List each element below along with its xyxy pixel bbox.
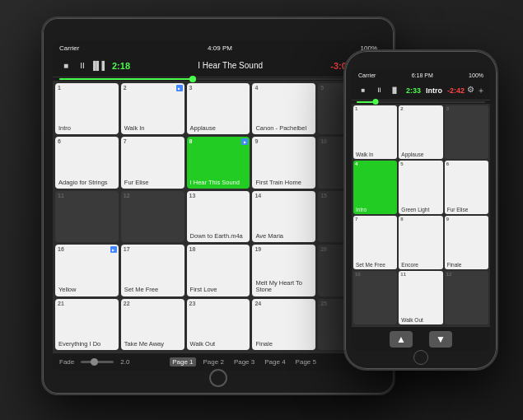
phone-pause-button[interactable]: ⏸ bbox=[372, 84, 385, 97]
tablet-grid-cell-9[interactable]: 9First Train Home bbox=[252, 137, 315, 188]
phone-grid-cell-7[interactable]: 7Set Me Free bbox=[353, 216, 397, 269]
stop-button[interactable]: ■ bbox=[59, 59, 72, 72]
tablet-grid-cell-12[interactable]: 12 bbox=[121, 191, 184, 242]
cell-number: 18 bbox=[189, 246, 196, 252]
tablet-grid-cell-24[interactable]: 24Finale bbox=[252, 299, 315, 350]
phone-home-button[interactable] bbox=[413, 350, 428, 365]
cell-number: 4 bbox=[254, 85, 258, 91]
fade-value: 2.0 bbox=[120, 358, 129, 366]
tablet-grid-cell-18[interactable]: 18First Love bbox=[187, 245, 250, 296]
phone-carrier: Carrier bbox=[358, 72, 376, 78]
page-tabs: Page 1Page 2Page 3Page 4Page 5 bbox=[136, 357, 352, 366]
phone-cell-name: Walk In bbox=[356, 152, 373, 157]
phone-grid-cell-5[interactable]: 5Green Light bbox=[399, 161, 442, 214]
cell-number: 16 bbox=[58, 246, 64, 252]
phone-grid-cell-4[interactable]: 4Intro bbox=[353, 161, 397, 214]
phone-add-icon[interactable]: ＋ bbox=[477, 85, 485, 96]
phone-grid-cell-12[interactable]: 12 bbox=[445, 271, 488, 324]
tablet-grid-cell-1[interactable]: 1Intro bbox=[55, 83, 119, 134]
tablet-grid-cell-6[interactable]: 6Adagio for Strings bbox=[55, 137, 119, 188]
cell-number: 19 bbox=[254, 246, 261, 252]
phone-grid-cell-2[interactable]: 2Applause bbox=[399, 105, 442, 159]
phone-grid-cell-3[interactable]: 3 bbox=[445, 105, 488, 159]
phone-grid-cell-11[interactable]: 11Walk Out bbox=[399, 271, 442, 324]
phone-nav-bar: ▲ ▼ bbox=[352, 326, 490, 351]
cell-number: 12 bbox=[124, 193, 130, 198]
tablet-grid-cell-14[interactable]: 14Ave Maria bbox=[252, 191, 315, 242]
cell-number: 11 bbox=[58, 193, 64, 198]
cell-name: Walk In bbox=[124, 125, 145, 132]
cell-name: Melt My Heart To Stone bbox=[255, 280, 312, 294]
tablet-time: 4:09 PM bbox=[208, 44, 232, 52]
track-title: I Hear The Sound bbox=[133, 61, 327, 70]
phone-cell-number: 1 bbox=[355, 106, 357, 111]
cell-number: 8 bbox=[189, 138, 193, 144]
phone-screen: Carrier 6:18 PM 100% ■ ⏸ ▐▌ 2:33 Intro -… bbox=[352, 69, 490, 351]
cell-number: 17 bbox=[124, 246, 130, 252]
fade-slider[interactable] bbox=[81, 361, 114, 363]
cell-number: 15 bbox=[320, 193, 327, 198]
phone-cell-name: Walk Out bbox=[401, 317, 423, 323]
cell-name: Adagio for Strings bbox=[58, 180, 108, 186]
tablet-grid-cell-16[interactable]: 16Yellow bbox=[55, 245, 119, 296]
fade-label: Fade bbox=[59, 358, 74, 366]
phone-progress-thumb bbox=[373, 99, 379, 105]
cell-number: 2 bbox=[124, 85, 127, 91]
phone-cell-number: 12 bbox=[446, 272, 452, 277]
cell-number: 9 bbox=[254, 138, 258, 144]
cell-name: Set Me Free bbox=[124, 287, 158, 293]
phone-grid-cell-1[interactable]: 1Walk In bbox=[353, 105, 397, 159]
cell-name: Fur Elise bbox=[124, 180, 149, 186]
fade-thumb bbox=[91, 358, 98, 366]
phone-progress-bar[interactable] bbox=[357, 101, 485, 103]
tablet-progress-bar[interactable] bbox=[59, 78, 377, 80]
phone-time: 6:18 PM bbox=[412, 72, 433, 78]
page-tab-5[interactable]: Page 5 bbox=[293, 357, 319, 366]
phone-device: Carrier 6:18 PM 100% ■ ⏸ ▐▌ 2:33 Intro -… bbox=[343, 49, 498, 371]
tablet-grid-cell-11[interactable]: 11 bbox=[55, 191, 119, 242]
cell-name: Ave Maria bbox=[255, 233, 283, 240]
phone-grid-cell-6[interactable]: 6Fur Elise bbox=[445, 161, 488, 214]
tablet-grid-cell-21[interactable]: 21Everything I Do bbox=[55, 299, 119, 350]
phone-grid: 1Walk In2Applause34Intro5Green Light6Fur… bbox=[352, 104, 490, 326]
phone-up-button[interactable]: ▲ bbox=[390, 331, 413, 348]
cell-name: Finale bbox=[255, 341, 272, 348]
phone-grid-cell-8[interactable]: 8Encore bbox=[399, 216, 442, 269]
tablet-grid-cell-7[interactable]: 7Fur Elise bbox=[121, 137, 184, 188]
cell-name: I Hear This Sound bbox=[190, 180, 240, 186]
phone-battery: 100% bbox=[469, 72, 483, 78]
tablet-screen: Carrier 4:09 PM 100% ■ ⏸ ▐▌▌ 2:18 I Hear… bbox=[53, 41, 384, 371]
tablet-grid-cell-17[interactable]: 17Set Me Free bbox=[121, 245, 184, 296]
phone-cell-name: Set Me Free bbox=[356, 262, 385, 268]
tablet-grid-cell-22[interactable]: 22Take Me Away bbox=[121, 299, 184, 350]
phone-down-button[interactable]: ▼ bbox=[429, 331, 452, 348]
page-tab-1[interactable]: Page 1 bbox=[170, 357, 195, 366]
phone-stop-button[interactable]: ■ bbox=[357, 84, 370, 97]
tablet-home-button[interactable] bbox=[209, 369, 227, 387]
tablet-grid-cell-3[interactable]: 3Applause bbox=[187, 83, 250, 134]
cell-name: Yellow bbox=[58, 287, 76, 293]
phone-cell-number: 10 bbox=[355, 272, 361, 277]
phone-toolbar: ■ ⏸ ▐▌ 2:33 Intro -2:42 ⚙ ＋ bbox=[352, 81, 490, 100]
phone-grid-cell-10[interactable]: 10 bbox=[353, 271, 397, 324]
cell-number: 1 bbox=[58, 85, 61, 91]
page-tab-4[interactable]: Page 4 bbox=[262, 357, 287, 366]
cell-number: 10 bbox=[320, 138, 327, 144]
phone-grid-cell-9[interactable]: 9Finale bbox=[445, 216, 488, 269]
tablet-status-bar: Carrier 4:09 PM 100% bbox=[53, 41, 384, 54]
cell-number: 14 bbox=[254, 193, 261, 198]
page-tab-2[interactable]: Page 2 bbox=[201, 357, 226, 366]
tablet-grid-cell-13[interactable]: 13Down to Earth.m4a bbox=[187, 191, 250, 242]
tablet-grid-cell-2[interactable]: 2Walk In bbox=[121, 83, 184, 134]
phone-cell-name: Intro bbox=[356, 207, 367, 212]
phone-cell-number: 7 bbox=[355, 217, 357, 222]
tablet-grid-cell-8[interactable]: 8I Hear This Sound bbox=[187, 137, 250, 188]
tablet-grid-cell-4[interactable]: 4Canon - Pachelbel bbox=[252, 83, 315, 134]
tablet-grid: 1Intro2Walk In3Applause4Canon - Pachelbe… bbox=[53, 81, 384, 352]
tablet-grid-cell-19[interactable]: 19Melt My Heart To Stone bbox=[252, 245, 315, 296]
tablet-grid-cell-23[interactable]: 23Walk Out bbox=[187, 299, 250, 350]
phone-equalizer-icon[interactable]: ⚙ bbox=[467, 85, 474, 96]
pause-button[interactable]: ⏸ bbox=[76, 59, 89, 72]
tablet-device: Carrier 4:09 PM 100% ■ ⏸ ▐▌▌ 2:18 I Hear… bbox=[41, 16, 395, 395]
page-tab-3[interactable]: Page 3 bbox=[231, 357, 257, 366]
